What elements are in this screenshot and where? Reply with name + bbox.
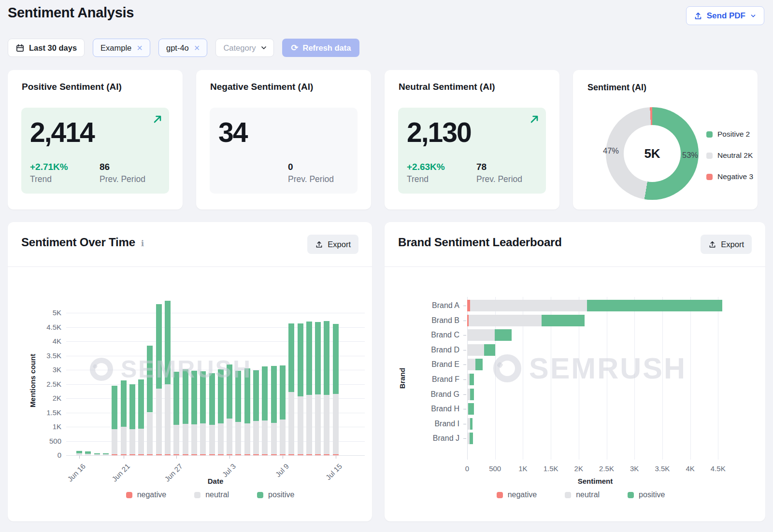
chevron-down-icon — [260, 44, 268, 52]
neutral-bar-segment — [227, 419, 232, 454]
close-icon[interactable]: × — [137, 43, 143, 53]
positive-bar-segment — [470, 433, 472, 444]
gridline — [66, 313, 365, 313]
kpi-prev-label: Prev. Period — [288, 174, 334, 184]
refresh-data-label: Refresh data — [302, 43, 351, 53]
y-tick-label: 0 — [28, 451, 61, 459]
neutral-bar-segment — [165, 384, 171, 454]
positive-bar-segment — [156, 304, 162, 389]
brand-label: Brand E — [406, 360, 459, 369]
negative-bar-segment — [191, 454, 197, 455]
positive-bar-segment — [191, 371, 197, 424]
neutral-bar-segment — [315, 394, 321, 454]
info-icon[interactable]: i — [141, 238, 144, 248]
kpi-value: 2,130 — [407, 116, 471, 148]
gridline — [607, 297, 607, 460]
y-tick-mark — [463, 306, 466, 306]
divider — [385, 266, 765, 267]
y-tick-mark — [463, 394, 466, 395]
gridline — [634, 297, 635, 460]
positive-bar-segment — [227, 364, 232, 418]
positive-bar-segment — [542, 315, 585, 326]
x-tick-label: 2.5K — [592, 464, 621, 473]
arrow-up-right-icon — [530, 114, 539, 124]
y-tick-mark — [463, 409, 466, 409]
y-tick-mark — [463, 335, 466, 336]
legend-swatch — [706, 153, 713, 159]
kpi-prev-label: Prev. Period — [100, 174, 145, 184]
y-tick-label: 5K — [28, 308, 61, 317]
neutral-bar-segment — [306, 395, 312, 454]
kpi-title: Negative Sentiment (AI) — [210, 82, 313, 92]
positive-legend-swatch — [628, 492, 634, 498]
positive-bar-segment — [235, 371, 241, 421]
chart-title: Sentiment Over Timei — [21, 236, 144, 249]
neutral-bar-segment — [129, 429, 135, 454]
neutral-bar-segment — [156, 389, 162, 454]
brand-label: Brand A — [406, 301, 459, 310]
gridline — [718, 297, 718, 460]
negative-bar-segment — [165, 454, 171, 455]
positive-bar-segment — [288, 323, 294, 392]
donut-pct-positive: 53% — [682, 151, 698, 160]
chart-legend: negativeneutralpositive — [56, 490, 365, 499]
kpi-panel: 2,414 +2.71K% Trend 86 Prev. Period — [21, 108, 169, 194]
y-tick-label: 2K — [28, 394, 61, 402]
category-dropdown[interactable]: Category — [215, 39, 274, 57]
neutral-bar-segment — [469, 315, 542, 326]
x-tick-label: 1K — [508, 464, 537, 473]
kpi-trend-label: Trend — [407, 174, 445, 184]
kpi-prev: 0 Prev. Period — [288, 162, 334, 184]
positive-bar-segment — [333, 324, 339, 394]
brand-label: Brand D — [406, 346, 459, 354]
brand-label: Brand J — [406, 434, 459, 443]
neutral-bar-segment — [191, 424, 197, 454]
semrush-logo-icon — [90, 358, 113, 381]
send-pdf-button[interactable]: Send PDF — [686, 6, 764, 25]
legend-swatch — [706, 174, 713, 180]
positive-bar-segment — [495, 329, 512, 341]
refresh-data-button[interactable]: ⟳ Refresh data — [282, 39, 359, 57]
positive-bar-segment — [324, 321, 329, 394]
kpi-card-positive: Positive Sentiment (AI) 2,414 +2.71K% Tr… — [8, 70, 183, 210]
y-tick-mark — [463, 379, 466, 380]
kpi-prev: 78 Prev. Period — [476, 162, 522, 184]
negative-bar-segment — [262, 454, 268, 455]
legend-item: positive — [257, 490, 294, 499]
kpi-card-negative: Negative Sentiment (AI) 34 0 Prev. Perio… — [196, 70, 371, 210]
donut-legend-item: Negative 3 — [706, 172, 753, 181]
filter-chip-example[interactable]: Example × — [93, 39, 150, 57]
neutral-bar-segment — [147, 413, 153, 454]
negative-bar-segment — [280, 454, 286, 455]
neutral-legend-swatch — [194, 492, 200, 498]
date-range-button[interactable]: Last 30 days — [8, 39, 85, 57]
gridline — [66, 455, 365, 456]
positive-bar-segment — [306, 322, 312, 394]
kpi-value: 34 — [218, 116, 247, 148]
close-icon[interactable]: × — [194, 43, 200, 53]
kpi-panel: 2,130 +2.63K% Trend 78 Prev. Period — [398, 108, 546, 194]
neutral-bar-segment — [280, 420, 286, 454]
chart-title: Brand Sentiment Leaderboard — [398, 236, 562, 249]
donut-center-label: 5K — [624, 125, 681, 182]
y-tick-label: 1K — [28, 422, 61, 431]
refresh-icon: ⟳ — [291, 43, 298, 52]
export-button[interactable]: Export — [701, 235, 752, 254]
export-button[interactable]: Export — [307, 235, 358, 254]
gridline — [662, 297, 663, 460]
filter-chip-gpt-4o[interactable]: gpt-4o × — [158, 39, 207, 57]
donut-legend-item: Positive 2 — [706, 130, 750, 139]
neutral-legend-swatch — [565, 492, 571, 498]
neutral-bar-segment — [94, 454, 100, 455]
kpi-prev-value: 0 — [288, 162, 334, 172]
kpi-trend: +2.71K% Trend — [30, 162, 68, 184]
positive-bar-segment — [147, 346, 153, 413]
negative-bar-segment — [138, 454, 144, 455]
kpi-card-neutral: Neutral Sentiment (AI) 2,130 +2.63K% Tre… — [385, 70, 559, 210]
date-range-label: Last 30 days — [29, 43, 77, 53]
brand-label: Brand H — [406, 405, 459, 413]
positive-bar-segment — [470, 389, 474, 400]
negative-bar-segment — [324, 454, 329, 455]
neutral-bar-segment — [183, 424, 188, 454]
neutral-bar-segment — [173, 425, 179, 454]
